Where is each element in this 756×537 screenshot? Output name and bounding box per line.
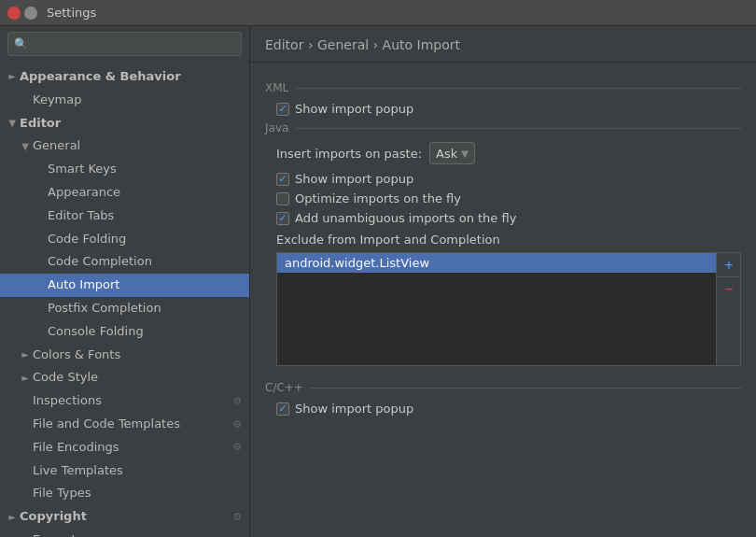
sidebar-item-general[interactable]: General [0,134,249,158]
xml-show-import-popup-label: Show import popup [295,102,413,116]
sidebar-item-editor-tabs[interactable]: Editor Tabs [0,205,249,228]
sidebar-item-appearance-behavior[interactable]: Appearance & Behavior [0,65,249,89]
sidebar-item-label: File Types [33,484,91,503]
sidebar-item-label: Console Folding [48,322,144,342]
xml-show-import-popup-row: Show import popup [265,102,741,116]
search-icon: 🔍 [14,37,28,50]
cpp-show-import-popup-checkbox[interactable] [276,403,289,416]
exclude-list: android.widget.ListView [277,253,716,365]
sidebar-item-inspections[interactable]: Inspections⚙ [0,389,249,413]
cpp-section-label: C/C++ [265,381,741,394]
sidebar-item-code-folding[interactable]: Code Folding [0,228,249,251]
sidebar-item-code-completion[interactable]: Code Completion [0,250,249,274]
exclude-list-container: android.widget.ListView + − [276,252,741,366]
cpp-show-import-popup-row: Show import popup [265,402,741,416]
sidebar-item-label: Live Templates [33,461,123,481]
java-show-import-popup-row: Show import popup [265,172,741,186]
sidebar-item-emmet[interactable]: Emmet [0,529,249,537]
sidebar-item-label: Smart Keys [48,160,117,179]
remove-exclude-button[interactable]: − [717,277,741,302]
sidebar-item-editor[interactable]: Editor [0,112,249,135]
window-controls [7,7,37,20]
main-container: 🔍 Appearance & BehaviorKeymapEditorGener… [0,26,756,537]
arrow-icon [7,510,17,525]
gear-icon: ⚙ [232,439,242,456]
arrow-icon [21,139,30,154]
gear-icon: ⚙ [232,393,242,410]
content-body: XML Show import popup Java Insert import… [250,63,756,537]
sidebar-item-label: Code Folding [48,230,126,249]
sidebar-item-label: Appearance & Behavior [20,67,181,87]
add-unambiguous-checkbox[interactable] [276,212,289,225]
java-section-label: Java [265,121,741,134]
sidebar-item-keymap[interactable]: Keymap [0,89,249,112]
sidebar-item-live-templates[interactable]: Live Templates [0,459,249,483]
sidebar-item-console-folding[interactable]: Console Folding [0,320,249,344]
sidebar-item-label: General [33,136,80,156]
sidebar-item-label: Editor [20,114,61,134]
sidebar-item-smart-keys[interactable]: Smart Keys [0,158,249,181]
java-show-import-popup-label: Show import popup [295,172,413,186]
arrow-icon [7,116,17,131]
content-panel: Editor › General › Auto Import XML Show … [250,26,756,537]
search-box[interactable]: 🔍 [7,32,242,56]
sidebar-item-label: Editor Tabs [48,206,114,226]
xml-section-label: XML [265,81,741,94]
sidebar-item-file-encodings[interactable]: File Encodings⚙ [0,436,249,459]
list-buttons: + − [716,253,740,365]
sidebar-item-label: File Encodings [33,438,119,458]
optimize-imports-checkbox[interactable] [276,192,289,205]
gear-icon: ⚙ [232,509,242,526]
optimize-imports-row: Optimize imports on the fly [265,191,741,205]
insert-imports-value: Ask [436,147,457,161]
sidebar-item-postfix-completion[interactable]: Postfix Completion [0,297,249,320]
sidebar-item-file-code-templates[interactable]: File and Code Templates⚙ [0,413,249,436]
breadcrumb: Editor › General › Auto Import [250,26,756,63]
sidebar-item-copyright[interactable]: Copyright⚙ [0,505,249,529]
sidebar-item-file-types[interactable]: File Types [0,482,249,505]
sidebar-item-label: Appearance [48,183,120,203]
arrow-icon [7,69,17,84]
insert-imports-label: Insert imports on paste: [276,147,422,161]
title-bar: Settings [0,0,756,26]
close-button[interactable] [7,7,21,20]
exclude-section: Exclude from Import and Completion andro… [265,233,741,366]
arrow-icon [21,371,30,386]
exclude-label: Exclude from Import and Completion [276,233,741,247]
add-unambiguous-label: Add unambiguous imports on the fly [295,211,516,225]
sidebar-item-label: Copyright [20,507,87,527]
insert-imports-dropdown[interactable]: Ask ▼ [429,142,475,164]
xml-show-import-popup-checkbox[interactable] [276,103,289,116]
gear-icon: ⚙ [232,417,242,433]
sidebar-item-appearance[interactable]: Appearance [0,181,249,205]
sidebar-item-label: Keymap [33,91,81,110]
java-show-import-popup-checkbox[interactable] [276,173,289,186]
minimize-button[interactable] [24,7,37,20]
window-title: Settings [47,6,96,20]
sidebar-item-label: Code Completion [48,252,152,272]
exclude-list-item[interactable]: android.widget.ListView [277,253,716,273]
sidebar-item-label: Postfix Completion [48,299,161,318]
sidebar-item-colors-fonts[interactable]: Colors & Fonts [0,344,249,367]
sidebar-item-label: Colors & Fonts [33,346,120,365]
add-unambiguous-row: Add unambiguous imports on the fly [265,211,741,225]
search-input[interactable] [32,37,235,51]
dropdown-arrow-icon: ▼ [461,148,469,159]
sidebar-item-code-style[interactable]: Code Style [0,366,249,389]
sidebar-item-label: Emmet [33,530,77,537]
cpp-show-import-popup-label: Show import popup [295,402,413,416]
sidebar-item-label: Code Style [33,368,98,388]
sidebar-item-label: File and Code Templates [33,415,180,434]
arrow-icon [21,347,30,362]
sidebar-item-label: Auto Import [48,276,119,295]
sidebar: 🔍 Appearance & BehaviorKeymapEditorGener… [0,26,250,537]
sidebar-tree: Appearance & BehaviorKeymapEditorGeneral… [0,62,249,537]
optimize-imports-label: Optimize imports on the fly [295,191,461,205]
add-exclude-button[interactable]: + [717,253,741,277]
sidebar-item-auto-import[interactable]: Auto Import [0,274,249,297]
sidebar-item-label: Inspections [33,391,102,411]
insert-imports-row: Insert imports on paste: Ask ▼ [265,142,741,164]
